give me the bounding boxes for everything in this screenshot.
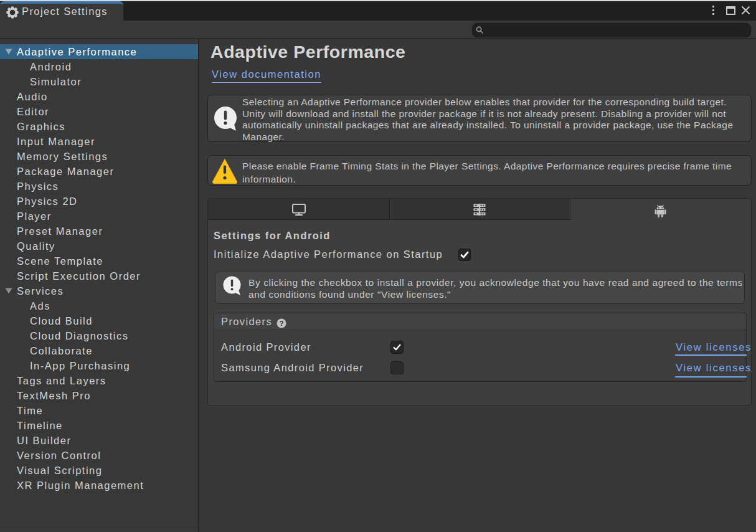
svg-text:?: ? [280,320,284,327]
